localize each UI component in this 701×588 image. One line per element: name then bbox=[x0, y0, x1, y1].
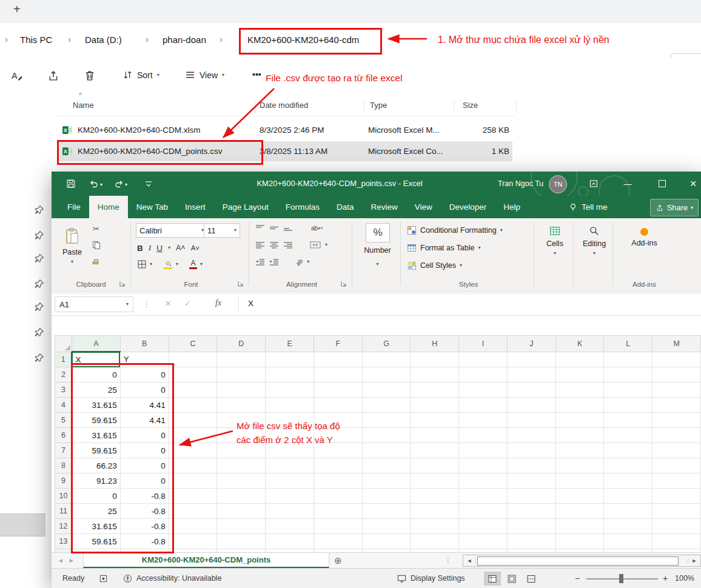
cell-F3[interactable] bbox=[314, 383, 362, 398]
cell-C9[interactable] bbox=[169, 473, 217, 489]
cell-I12[interactable] bbox=[459, 519, 508, 534]
row-header-2[interactable]: 2 bbox=[55, 367, 72, 383]
view-page-layout-button[interactable] bbox=[503, 572, 520, 586]
cell-L12[interactable] bbox=[604, 519, 652, 534]
orientation-button[interactable]: ab bbox=[295, 257, 304, 267]
cell-H1[interactable] bbox=[411, 352, 459, 367]
cell-I4[interactable] bbox=[459, 398, 508, 413]
share-button[interactable] bbox=[44, 66, 63, 85]
column-header-L[interactable]: L bbox=[604, 336, 652, 352]
close-button[interactable]: ✕ bbox=[685, 172, 701, 196]
column-header-M[interactable]: M bbox=[652, 336, 701, 352]
cell-I8[interactable] bbox=[459, 458, 508, 473]
row-header-12[interactable]: 12 bbox=[55, 519, 72, 534]
maximize-button[interactable] bbox=[651, 172, 673, 196]
cell-E2[interactable] bbox=[266, 367, 314, 383]
cell-L3[interactable] bbox=[604, 383, 652, 398]
chevron-down-icon[interactable]: ▾ bbox=[100, 182, 102, 187]
column-header-G[interactable]: G bbox=[362, 336, 411, 352]
cell-K6[interactable] bbox=[555, 428, 604, 443]
save-icon[interactable] bbox=[66, 179, 76, 189]
underline-button[interactable]: U bbox=[156, 244, 163, 253]
tab-splitter-icon[interactable]: ⋮ bbox=[444, 556, 452, 564]
view-page-break-button[interactable] bbox=[523, 572, 540, 586]
column-header-D[interactable]: D bbox=[217, 336, 266, 352]
cell-H11[interactable] bbox=[411, 504, 459, 519]
cell-G10[interactable] bbox=[362, 489, 411, 504]
percent-style-button[interactable]: % bbox=[366, 223, 390, 242]
user-name[interactable]: Tran Ngoc Tu bbox=[498, 172, 543, 196]
row-header-9[interactable]: 9 bbox=[55, 473, 72, 489]
cell-E13[interactable] bbox=[266, 534, 314, 549]
cell-C13[interactable] bbox=[169, 534, 217, 549]
cell-E3[interactable] bbox=[266, 383, 314, 398]
cell-G8[interactable] bbox=[362, 458, 411, 473]
cell-K4[interactable] bbox=[555, 398, 604, 413]
increase-font-button[interactable]: A˄ bbox=[176, 244, 186, 252]
format-as-table-button[interactable]: Format as Table ▾ bbox=[407, 241, 480, 255]
horizontal-scrollbar[interactable]: ◄ ► bbox=[463, 555, 701, 567]
tab-review[interactable]: Review bbox=[362, 196, 406, 218]
macro-record-icon[interactable] bbox=[99, 574, 108, 583]
column-header-K[interactable]: K bbox=[555, 336, 604, 352]
merge-center-button[interactable] bbox=[310, 241, 321, 249]
font-name-combo[interactable]: Calibri ▾ bbox=[136, 223, 207, 238]
explorer-sidebar-item-cut[interactable] bbox=[0, 513, 45, 536]
cell-K13[interactable] bbox=[555, 534, 604, 549]
decrease-indent-button[interactable] bbox=[255, 258, 265, 266]
redo-icon[interactable] bbox=[114, 179, 124, 189]
scroll-right-icon[interactable]: ► bbox=[688, 558, 700, 564]
column-header-F[interactable]: F bbox=[314, 336, 362, 352]
zoom-level[interactable]: 100% bbox=[675, 574, 694, 583]
cell-M12[interactable] bbox=[652, 519, 701, 534]
cell-E8[interactable] bbox=[266, 458, 314, 473]
bold-button[interactable]: B bbox=[137, 244, 143, 253]
cancel-entry-button[interactable]: ✕ bbox=[165, 299, 172, 308]
cell-K12[interactable] bbox=[555, 519, 604, 534]
cell-I11[interactable] bbox=[459, 504, 508, 519]
drag-dots-icon[interactable]: ⋮ bbox=[143, 299, 150, 309]
avatar[interactable]: TN bbox=[549, 175, 567, 193]
cell-G6[interactable] bbox=[362, 428, 411, 443]
cell-F7[interactable] bbox=[314, 443, 362, 458]
zoom-out-button[interactable]: − bbox=[575, 573, 580, 583]
sheet-prev-button[interactable]: ◄ bbox=[58, 557, 64, 564]
cell-C2[interactable] bbox=[169, 367, 217, 383]
cell-styles-button[interactable]: Cell Styles ▾ bbox=[407, 259, 462, 272]
pin-icon[interactable] bbox=[35, 302, 44, 312]
cell-I10[interactable] bbox=[459, 489, 508, 504]
cell-E4[interactable] bbox=[266, 398, 314, 413]
new-tab-button[interactable]: + bbox=[13, 2, 21, 16]
scrollbar-thumb[interactable] bbox=[477, 556, 679, 566]
column-divider[interactable] bbox=[516, 101, 517, 113]
cell-L6[interactable] bbox=[604, 428, 652, 443]
cell-D4[interactable] bbox=[217, 398, 266, 413]
cell-J13[interactable] bbox=[507, 534, 555, 549]
cell-K2[interactable] bbox=[555, 367, 604, 383]
cell-H13[interactable] bbox=[411, 534, 459, 549]
column-header-E[interactable]: E bbox=[266, 336, 314, 352]
cell-K7[interactable] bbox=[555, 443, 604, 458]
cell-J1[interactable] bbox=[507, 352, 555, 367]
cell-G3[interactable] bbox=[362, 383, 411, 398]
cell-C4[interactable] bbox=[169, 398, 217, 413]
align-top-button[interactable] bbox=[255, 224, 265, 232]
editing-button[interactable]: Editing ▾ bbox=[576, 218, 612, 291]
name-box[interactable]: A1 ▾ bbox=[55, 296, 133, 312]
cell-F8[interactable] bbox=[314, 458, 362, 473]
cell-G4[interactable] bbox=[362, 398, 411, 413]
tab-developer[interactable]: Developer bbox=[441, 196, 495, 218]
cell-F4[interactable] bbox=[314, 398, 362, 413]
pin-icon[interactable] bbox=[35, 205, 44, 215]
cell-L1[interactable] bbox=[604, 352, 652, 367]
cell-M5[interactable] bbox=[652, 413, 701, 428]
cell-H6[interactable] bbox=[411, 428, 459, 443]
cell-G12[interactable] bbox=[362, 519, 411, 534]
cell-I3[interactable] bbox=[459, 383, 508, 398]
cell-M7[interactable] bbox=[652, 443, 701, 458]
cell-J8[interactable] bbox=[507, 458, 555, 473]
scroll-left-icon[interactable]: ◄ bbox=[463, 558, 476, 564]
cell-C12[interactable] bbox=[169, 519, 217, 534]
cell-E9[interactable] bbox=[266, 473, 314, 489]
cell-C10[interactable] bbox=[169, 489, 217, 504]
